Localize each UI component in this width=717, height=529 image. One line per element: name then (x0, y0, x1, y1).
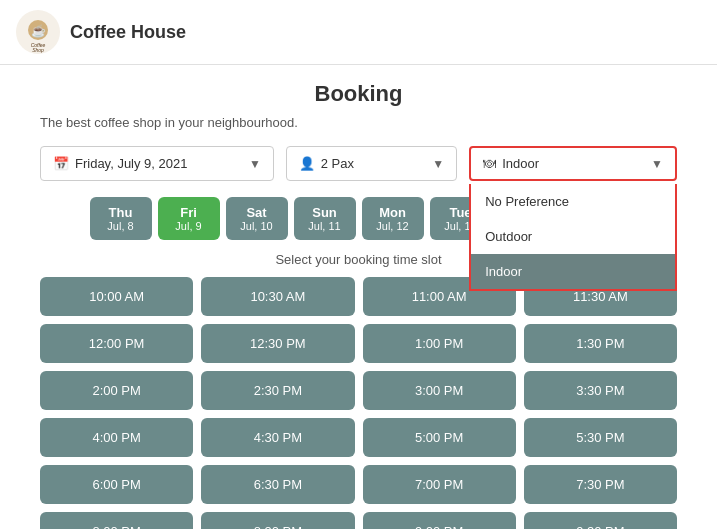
time-slot-700pm[interactable]: 7:00 PM (363, 465, 516, 504)
date-filter[interactable]: 📅 Friday, July 9, 2021 ▼ (40, 146, 274, 181)
time-slot-330pm[interactable]: 3:30 PM (524, 371, 677, 410)
date-value: Friday, July 9, 2021 (75, 156, 187, 171)
day-button-thu-Jul8[interactable]: ThuJul, 8 (90, 197, 152, 240)
filter-row: 📅 Friday, July 9, 2021 ▼ 👤 2 Pax ▼ 🍽 Ind… (40, 146, 677, 181)
time-slot-1030am[interactable]: 10:30 AM (201, 277, 354, 316)
svg-text:Shop: Shop (32, 47, 44, 53)
time-slot-300pm[interactable]: 3:00 PM (363, 371, 516, 410)
time-slot-900pm[interactable]: 9:00 PM (363, 512, 516, 529)
time-grid: 10:00 AM10:30 AM11:00 AM11:30 AM12:00 PM… (40, 277, 677, 529)
time-slot-230pm[interactable]: 2:30 PM (201, 371, 354, 410)
time-slot-1200pm[interactable]: 12:00 PM (40, 324, 193, 363)
time-slot-430pm[interactable]: 4:30 PM (201, 418, 354, 457)
seating-filter[interactable]: 🍽 Indoor ▼ (469, 146, 677, 181)
day-button-mon-Jul12[interactable]: MonJul, 12 (362, 197, 424, 240)
option-outdoor[interactable]: Outdoor (471, 219, 675, 254)
app-logo: ☕ Coffee Shop (16, 10, 60, 54)
app-header: ☕ Coffee Shop Coffee House (0, 0, 717, 65)
time-slot-200pm[interactable]: 2:00 PM (40, 371, 193, 410)
date-chevron-icon: ▼ (249, 157, 261, 171)
option-indoor[interactable]: Indoor (471, 254, 675, 289)
page-subtitle: The best coffee shop in your neighbourho… (40, 115, 677, 130)
main-content: Booking The best coffee shop in your nei… (0, 65, 717, 529)
time-slot-830pm[interactable]: 8:30 PM (201, 512, 354, 529)
pax-value: 2 Pax (321, 156, 354, 171)
day-button-fri-Jul9[interactable]: FriJul, 9 (158, 197, 220, 240)
pax-chevron-icon: ▼ (432, 157, 444, 171)
time-slot-800pm[interactable]: 8:00 PM (40, 512, 193, 529)
page-title: Booking (40, 81, 677, 107)
time-slot-630pm[interactable]: 6:30 PM (201, 465, 354, 504)
time-slot-130pm[interactable]: 1:30 PM (524, 324, 677, 363)
seating-value: Indoor (502, 156, 539, 171)
time-slot-1230pm[interactable]: 12:30 PM (201, 324, 354, 363)
time-slot-100pm[interactable]: 1:00 PM (363, 324, 516, 363)
time-slot-930pm[interactable]: 9:30 PM (524, 512, 677, 529)
seating-icon: 🍽 (483, 156, 496, 171)
app-title: Coffee House (70, 22, 186, 43)
seating-filter-wrapper: 🍽 Indoor ▼ No Preference Outdoor Indoor (469, 146, 677, 181)
time-slot-500pm[interactable]: 5:00 PM (363, 418, 516, 457)
time-slot-730pm[interactable]: 7:30 PM (524, 465, 677, 504)
time-slot-1000am[interactable]: 10:00 AM (40, 277, 193, 316)
pax-filter[interactable]: 👤 2 Pax ▼ (286, 146, 457, 181)
seating-dropdown: No Preference Outdoor Indoor (469, 184, 677, 291)
day-button-sun-Jul11[interactable]: SunJul, 11 (294, 197, 356, 240)
time-slot-530pm[interactable]: 5:30 PM (524, 418, 677, 457)
day-button-sat-Jul10[interactable]: SatJul, 10 (226, 197, 288, 240)
person-icon: 👤 (299, 156, 315, 171)
option-no-preference[interactable]: No Preference (471, 184, 675, 219)
svg-text:☕: ☕ (31, 23, 46, 38)
time-slot-400pm[interactable]: 4:00 PM (40, 418, 193, 457)
calendar-icon: 📅 (53, 156, 69, 171)
seating-chevron-icon: ▼ (651, 157, 663, 171)
time-slot-600pm[interactable]: 6:00 PM (40, 465, 193, 504)
